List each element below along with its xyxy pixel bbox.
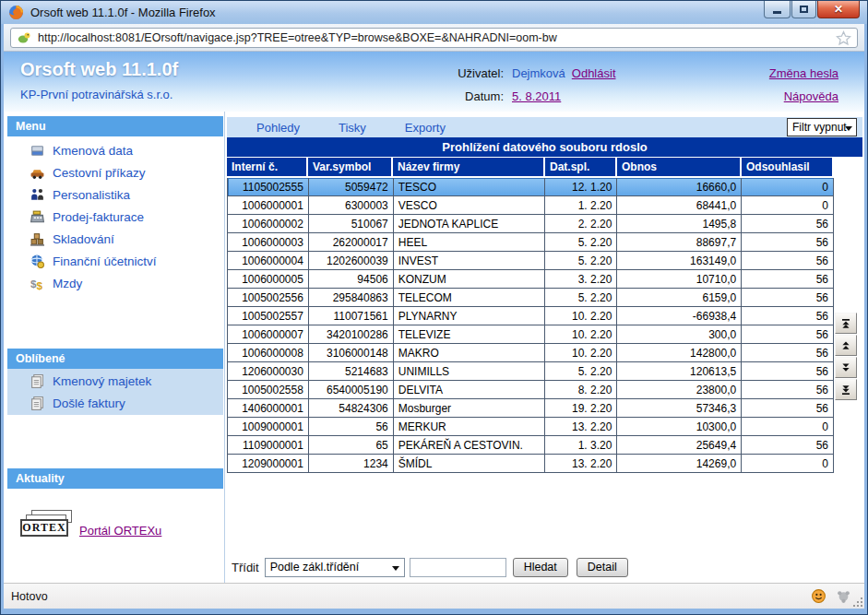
menu-item-label: Kmenová data bbox=[53, 144, 133, 158]
master-data-icon bbox=[30, 143, 45, 159]
table-cell: 88697,7 bbox=[617, 233, 742, 252]
table-cell: 0 bbox=[742, 455, 834, 473]
help-link[interactable]: Nápověda bbox=[784, 89, 838, 103]
table-row[interactable]: 12060000305214683UNIMILLS5. 2.20120613,5… bbox=[227, 362, 834, 381]
table-row[interactable]: 1006000003262000017HEEL5. 2.2088697,756 bbox=[227, 233, 834, 252]
table-row[interactable]: 10060000083106000148MAKRO10. 2.20142800,… bbox=[227, 344, 834, 362]
ortex-portal: ORTEX Portál ORTEXu bbox=[20, 510, 161, 539]
table-cell: PLYNARNY bbox=[394, 307, 546, 325]
table-row[interactable]: 140600000154824306Mosburger19. 2.2057346… bbox=[227, 399, 834, 418]
url-input[interactable]: http://localhost:8081/EOrsoft/navigace.j… bbox=[10, 28, 858, 48]
menu-item[interactable]: Prodej-fakturace bbox=[7, 206, 223, 228]
sort-select[interactable]: Podle zákl.třídění bbox=[265, 558, 405, 577]
favorites-section-header: Oblíbené bbox=[7, 349, 223, 369]
date-link[interactable]: 5. 8.2011 bbox=[512, 89, 561, 103]
menu-item[interactable]: Skladování bbox=[7, 228, 223, 250]
table-cell: 56 bbox=[742, 233, 834, 252]
bottom-toolbar: Třídit Podle zákl.třídění Hledat Detail bbox=[232, 557, 628, 577]
scroll-down-button[interactable] bbox=[835, 357, 857, 378]
table-row[interactable]: 110900000165PEKÁREŇ A CESTOVIN.1. 3.2025… bbox=[227, 436, 834, 455]
status-smiley-icon[interactable] bbox=[811, 588, 826, 604]
bookmark-star-icon[interactable] bbox=[836, 30, 851, 46]
scroll-first-button[interactable] bbox=[835, 313, 857, 334]
tab-pohledy[interactable]: Pohledy bbox=[256, 121, 300, 135]
table-cell: 1234 bbox=[309, 455, 394, 473]
table-cell: TELEVIZE bbox=[394, 325, 546, 344]
table-row[interactable]: 10060000073420100286TELEVIZE10. 2.20300,… bbox=[227, 325, 834, 344]
favorite-item[interactable]: Došlé faktury bbox=[7, 392, 223, 414]
table-cell: 5214683 bbox=[309, 362, 394, 381]
table-cell: 1006000005 bbox=[228, 270, 309, 289]
table-row[interactable]: 1005002556295840863TELECOM5. 2.206159,05… bbox=[227, 289, 834, 307]
menu-item[interactable]: $$Mzdy bbox=[7, 272, 223, 294]
menu-item-label: Personalistika bbox=[53, 188, 130, 202]
favorite-item[interactable]: Kmenový majetek bbox=[7, 370, 223, 392]
table-row[interactable]: 1005002557110071561PLYNARNY10. 2.20-6693… bbox=[227, 307, 834, 325]
table-cell: 10300,0 bbox=[617, 418, 742, 436]
user-name: Dejmková bbox=[512, 66, 565, 80]
maximize-button[interactable] bbox=[791, 1, 816, 18]
scroll-up-button[interactable] bbox=[835, 335, 857, 356]
table-cell: 16660,0 bbox=[617, 178, 742, 196]
resize-grip[interactable] bbox=[852, 597, 863, 608]
detail-button[interactable]: Detail bbox=[577, 558, 628, 577]
table-cell: 1495,8 bbox=[617, 215, 742, 233]
table-cell: 1005002557 bbox=[228, 307, 309, 325]
table-row[interactable]: 10060000041202600039INVEST5. 2.20163149,… bbox=[227, 252, 834, 270]
table-cell: 1. 3.20 bbox=[545, 436, 617, 455]
table-cell: VESCO bbox=[394, 196, 546, 215]
table-cell: 56 bbox=[742, 289, 834, 307]
table-cell: 56 bbox=[742, 344, 834, 362]
document-stack-icon bbox=[30, 396, 45, 411]
close-button[interactable]: ✕ bbox=[817, 1, 860, 18]
table-cell: 65 bbox=[309, 436, 394, 455]
cash-register-icon bbox=[30, 209, 45, 225]
filter-dropdown[interactable]: Filtr vypnut bbox=[787, 118, 857, 136]
menu-item[interactable]: Kmenová data bbox=[7, 139, 223, 161]
table-cell: 56 bbox=[742, 270, 834, 289]
table-cell: 68441,0 bbox=[617, 196, 742, 215]
search-input[interactable] bbox=[410, 558, 506, 577]
menu-item-label: Mzdy bbox=[53, 277, 82, 290]
ortex-logo[interactable]: ORTEX bbox=[20, 510, 77, 539]
table-row[interactable]: 1006000002510067JEDNOTA KAPLICE2. 2.2014… bbox=[227, 215, 834, 233]
table-cell: 56 bbox=[742, 307, 834, 325]
table-cell: 1009000001 bbox=[228, 418, 309, 436]
table-row[interactable]: 10060000016300003VESCO1. 2.2068441,00 bbox=[227, 196, 834, 215]
table-cell: 6300003 bbox=[309, 196, 394, 215]
table-row[interactable]: 12090000011234ŠMÍDL13. 2.2014269,00 bbox=[227, 455, 834, 473]
scroll-last-button[interactable] bbox=[835, 379, 857, 400]
menu-item[interactable]: Personalistika bbox=[7, 183, 223, 206]
menu-item[interactable]: Finanční účetnictví bbox=[7, 250, 223, 272]
table-row[interactable]: 10050025586540005190DELVITA8. 2.2023800,… bbox=[227, 381, 834, 399]
ortex-portal-link[interactable]: Portál ORTEXu bbox=[79, 524, 161, 538]
table-cell: 56 bbox=[742, 399, 834, 418]
window-title: Orsoft web 11.1.0f - Mozilla Firefox bbox=[30, 6, 216, 19]
status-plugin-icon[interactable] bbox=[836, 588, 851, 604]
menu-item-label: Cestovní příkazy bbox=[53, 166, 146, 180]
user-block: Uživatel: Dejmková Odhlásit Datum: 5. 8.… bbox=[437, 62, 616, 108]
menu-item[interactable]: Cestovní příkazy bbox=[7, 161, 223, 183]
table-cell: 120613,5 bbox=[617, 362, 742, 381]
news-section-header: Aktuality bbox=[7, 468, 223, 489]
user-label: Uživatel: bbox=[437, 66, 504, 80]
minimize-button[interactable] bbox=[764, 1, 791, 18]
table-row[interactable]: 11050025555059472TESCO12. 1.2016660,00 bbox=[227, 178, 834, 196]
tab-exporty[interactable]: Exporty bbox=[405, 121, 446, 135]
table-cell: 56 bbox=[742, 362, 834, 381]
table-cell: 1006000007 bbox=[228, 325, 309, 344]
change-password-link[interactable]: Změna hesla bbox=[769, 66, 838, 80]
menu-list: Kmenová dataCestovní příkazyPersonalisti… bbox=[7, 139, 223, 294]
table-row[interactable]: 100900000156MERKUR13. 2.2010300,00 bbox=[227, 418, 834, 436]
sort-select-value: Podle zákl.třídění bbox=[270, 561, 360, 574]
table-cell: 1209000001 bbox=[228, 455, 309, 473]
site-favicon bbox=[17, 30, 31, 45]
table-cell: ŠMÍDL bbox=[394, 455, 546, 473]
logout-link[interactable]: Odhlásit bbox=[572, 66, 616, 80]
table-cell: 0 bbox=[742, 418, 834, 436]
table-row[interactable]: 100600000594506KONZUM3. 2.2010710,056 bbox=[227, 270, 834, 289]
tab-tisky[interactable]: Tisky bbox=[339, 121, 366, 135]
table-cell: MAKRO bbox=[394, 344, 546, 362]
table-cell: 54824306 bbox=[309, 399, 394, 418]
search-button[interactable]: Hledat bbox=[513, 558, 568, 577]
